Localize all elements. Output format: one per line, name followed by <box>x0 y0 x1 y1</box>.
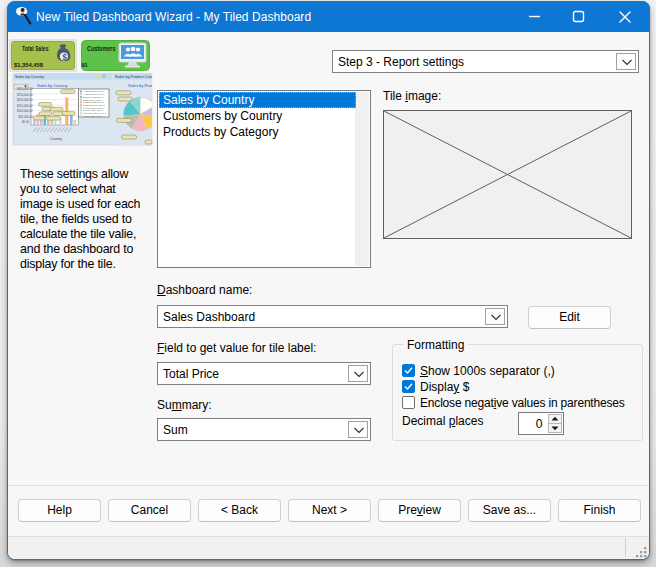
svg-text:$200,000.00: $200,000.00 <box>17 98 33 102</box>
svg-text:$50,000.00: $50,000.00 <box>19 115 33 119</box>
svg-text:Sales by Country: Sales by Country <box>15 75 44 79</box>
svg-text:$0.00: $0.00 <box>22 120 29 124</box>
svg-text:Ireland $57,317.3: Ireland $57,317.3 <box>83 115 103 118</box>
svg-text:$: $ <box>62 52 67 62</box>
svg-text:Sales by Product Category: Sales by Product Category <box>115 75 153 79</box>
svg-text:Customers: Customers <box>87 45 116 52</box>
svg-text:$300,000.00: $300,000.00 <box>17 87 33 91</box>
svg-text:Total Sales: Total Sales <box>22 45 49 52</box>
svg-text:$1,354,458: $1,354,458 <box>14 62 43 68</box>
svg-text:Sales by Country: Sales by Country <box>37 83 67 88</box>
svg-text:$250,000.00: $250,000.00 <box>17 93 33 97</box>
svg-text:Country: Country <box>50 137 62 141</box>
svg-text:$100,000.00: $100,000.00 <box>17 109 33 113</box>
svg-text:Sales by Product: Sales by Product <box>128 83 153 88</box>
svg-text:91: 91 <box>82 62 88 68</box>
svg-text:$150,000.00: $150,000.00 <box>17 104 33 108</box>
